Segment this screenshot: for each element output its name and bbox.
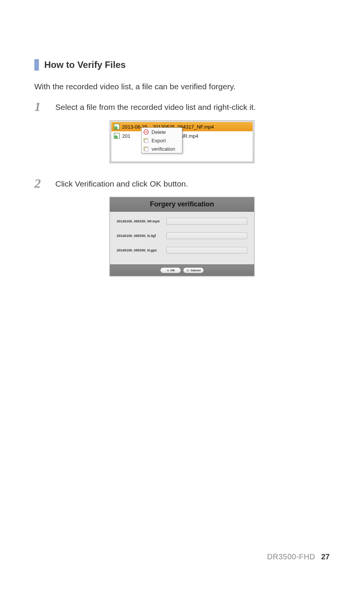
context-menu-label: Delete [151, 129, 166, 135]
footer-model: DR3500-FHD [267, 552, 315, 561]
dialog-progress-field [166, 218, 247, 225]
context-menu-export[interactable]: Export [142, 136, 182, 145]
step-text: Select a file from the recorded video li… [55, 102, 256, 112]
dialog-file-label: 20140106_065330_N.3gf [117, 234, 166, 238]
dialog-file-label: 20140106_065330_N.gps [117, 248, 166, 252]
svg-text:N: N [115, 127, 117, 129]
cancel-button[interactable]: Cancel [183, 267, 204, 273]
dialog-title-bar: Forgery verification [110, 197, 254, 212]
ok-button[interactable]: OK [160, 267, 181, 273]
footer-page-number: 27 [321, 552, 330, 561]
delete-icon [143, 129, 149, 135]
svg-rect-7 [145, 132, 148, 132]
dialog-body: 20140106_065330_NF.mp4 20140106_065330_N… [110, 212, 254, 264]
screenshot-context-menu: N 2013-06-25 20130625_084317_NF.mp4 N 20… [110, 120, 254, 163]
context-menu-delete[interactable]: Delete [142, 128, 182, 136]
export-icon [143, 137, 149, 143]
step-number: 1 [34, 100, 55, 113]
dialog-progress-field [166, 247, 247, 254]
verification-icon [143, 146, 149, 152]
cancel-button-label: Cancel [190, 269, 200, 272]
step-text: Click Verification and click OK button. [55, 179, 188, 188]
context-menu-verification[interactable]: verification [142, 145, 182, 153]
svg-text:N: N [115, 136, 117, 138]
svg-rect-11 [145, 148, 148, 151]
dialog-row: 20140106_065330_N.gps [117, 247, 247, 254]
context-menu-label: Export [151, 138, 166, 143]
intro-text: With the recorded video list, a file can… [34, 82, 330, 91]
dialog-title: Forgery verification [150, 200, 214, 208]
svg-rect-9 [145, 139, 148, 143]
screenshot-forgery-dialog: Forgery verification 20140106_065330_NF.… [110, 197, 254, 276]
file-icon: N [114, 133, 120, 139]
dialog-row: 20140106_065330_NF.mp4 [117, 218, 247, 225]
step-1: 1 Select a file from the recorded video … [34, 102, 330, 113]
dialog-progress-field [166, 232, 247, 239]
section-title: How to Verify Files [44, 60, 126, 70]
context-menu: Delete Export verification [141, 127, 182, 153]
dialog-row: 20140106_065330_N.3gf [117, 232, 247, 239]
step-2: 2 Click Verification and click OK button… [34, 179, 330, 190]
section-heading: How to Verify Files [34, 59, 330, 71]
close-icon [186, 269, 189, 272]
context-menu-label: verification [151, 146, 175, 152]
heading-accent-bar [34, 59, 39, 71]
arrow-right-icon [166, 269, 169, 272]
dialog-footer: OK Cancel [110, 264, 254, 276]
dialog-file-label: 20140106_065330_NF.mp4 [117, 219, 166, 223]
page-footer: DR3500-FHD 27 [267, 552, 330, 561]
file-icon: N [114, 124, 120, 130]
ok-button-label: OK [171, 269, 175, 272]
step-number: 2 [34, 177, 55, 190]
